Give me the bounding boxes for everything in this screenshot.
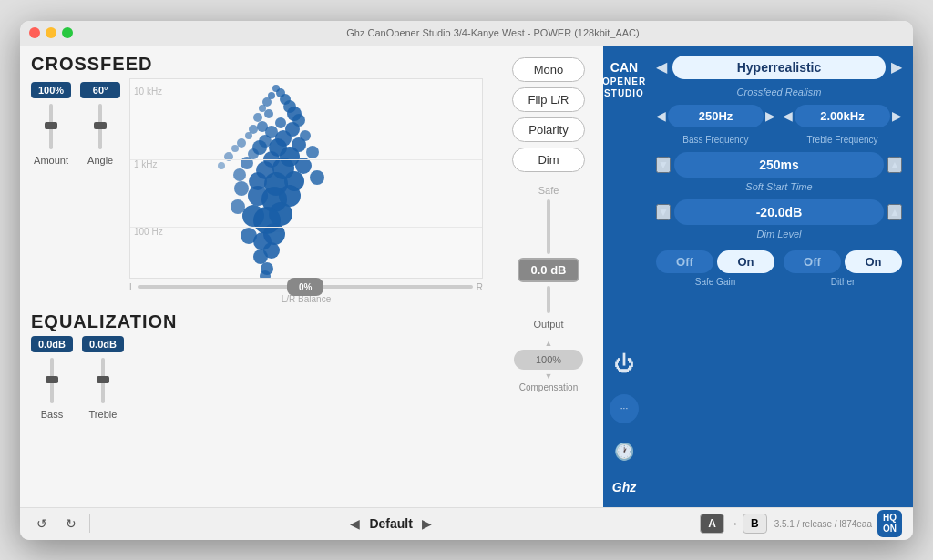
lr-balance-thumb[interactable]: 0% <box>287 278 323 296</box>
dim-level-value: -20.0dB <box>674 199 884 225</box>
preset-prev-button[interactable]: ◀ <box>350 516 360 531</box>
bottom-separator-1 <box>89 514 90 533</box>
ab-arrow-icon: → <box>728 517 739 530</box>
preset-row: ◀ Hyperrealistic ▶ <box>656 56 902 79</box>
freq-row: ◀ 250Hz ▶ ◀ 2.00kHz ▶ <box>656 105 902 127</box>
svg-point-47 <box>231 199 245 214</box>
safe-gain-group: Off On Safe Gain <box>656 250 774 287</box>
lr-balance-row: L 0% R <box>129 282 483 292</box>
freq-labels-row: Bass Frequency Treble Frequency <box>656 135 902 145</box>
safe-gain-on-button[interactable]: On <box>717 250 774 273</box>
preset-next-button[interactable]: ▶ <box>422 516 432 531</box>
bass-freq-down[interactable]: ◀ <box>656 108 666 123</box>
soft-start-row: ▼ 250ms ▲ <box>656 152 902 178</box>
dim-level-up[interactable]: ▲ <box>887 204 902 220</box>
angle-slider[interactable] <box>98 104 102 149</box>
svg-point-39 <box>218 162 225 169</box>
treble-freq-control: ◀ 2.00kHz ▶ <box>783 105 902 127</box>
treble-slider[interactable] <box>101 358 105 403</box>
angle-label: Angle <box>87 155 113 166</box>
freq-1k-label: 1 kHz <box>134 159 158 169</box>
polarity-button[interactable]: Polarity <box>512 117 585 142</box>
redo-icon: ↻ <box>66 516 77 531</box>
lr-balance-slider[interactable]: 0% <box>138 285 473 289</box>
svg-point-28 <box>231 145 239 152</box>
dither-on-button[interactable]: On <box>845 250 902 273</box>
toggle-section: Off On Safe Gain Off On Dither <box>656 250 902 287</box>
bass-freq-label: Bass Frequency <box>656 135 775 145</box>
amount-label: Amount <box>34 155 68 166</box>
ghz-logo: Ghz <box>612 480 636 494</box>
frequency-viz <box>130 79 482 278</box>
svg-point-46 <box>242 205 264 227</box>
treble-freq-down[interactable]: ◀ <box>783 108 793 123</box>
soft-start-down[interactable]: ▼ <box>656 157 671 173</box>
compensation-area: ▲ 100% ▼ Compensation <box>514 339 583 392</box>
dim-level-down[interactable]: ▼ <box>656 204 671 220</box>
compensation-slider[interactable]: 100% <box>514 350 583 370</box>
titlebar: Ghz CanOpener Studio 3/4-Kanye West - PO… <box>20 21 913 46</box>
output-value: 0.0 dB <box>518 258 579 282</box>
svg-point-9 <box>253 113 262 122</box>
side-strip: CAN OPENER STUDIO ⏻ ··· 🕐 Ghz <box>603 46 645 507</box>
dither-buttons: Off On <box>784 250 902 273</box>
redo-button[interactable]: ↻ <box>60 514 82 533</box>
preset-prev-arrow[interactable]: ◀ <box>656 58 667 76</box>
mono-button[interactable]: Mono <box>512 57 585 82</box>
bass-label: Bass <box>41 409 63 420</box>
svg-point-34 <box>310 170 324 185</box>
preset-next-arrow[interactable]: ▶ <box>891 58 902 76</box>
crossfeed-section: CROSSFEED 100% Amount <box>31 54 483 304</box>
version-text: 3.5.1 / release / l874eaa <box>774 519 872 529</box>
bottom-preset-name: Default <box>369 516 412 531</box>
output-meter: Safe 0.0 dB Output <box>518 185 579 330</box>
eq-label: EQUALIZATION <box>31 311 483 332</box>
bottom-separator-2 <box>692 514 692 533</box>
eq-section: EQUALIZATION 0.0dB Bass 0.0dB <box>31 311 483 420</box>
treble-label: Treble <box>89 409 118 420</box>
window-title: Ghz CanOpener Studio 3/4-Kanye West - PO… <box>82 27 904 38</box>
can-opener-studio-logo: CAN OPENER STUDIO <box>602 59 646 99</box>
right-panel: ◀ Hyperrealistic ▶ Crossfeed Realism ◀ 2… <box>645 46 913 507</box>
amount-slider[interactable] <box>49 104 53 149</box>
freq-10k-label: 10 kHz <box>134 87 162 97</box>
amount-knob[interactable]: 100% Amount <box>31 82 71 166</box>
svg-point-6 <box>259 105 266 112</box>
flip-lr-button[interactable]: Flip L/R <box>512 87 585 112</box>
safe-gain-off-button[interactable]: Off <box>656 250 713 273</box>
bass-freq-up[interactable]: ▶ <box>765 108 775 123</box>
visualizer: 10 kHz 1 kHz 100 Hz <box>129 78 483 304</box>
bass-freq-value: 250Hz <box>668 105 764 127</box>
bass-slider[interactable] <box>50 358 54 403</box>
svg-point-52 <box>253 249 268 264</box>
a-button[interactable]: A <box>700 514 724 534</box>
svg-point-19 <box>245 132 252 139</box>
treble-freq-up[interactable]: ▶ <box>892 108 902 123</box>
bass-thumb <box>46 376 58 383</box>
b-button[interactable]: B <box>743 514 767 534</box>
treble-knob[interactable]: 0.0dB Treble <box>82 336 124 420</box>
angle-knob[interactable]: 60° Angle <box>80 82 120 166</box>
dither-off-button[interactable]: Off <box>784 250 841 273</box>
soft-start-up[interactable]: ▲ <box>887 157 902 173</box>
compensation-label: Compensation <box>519 382 578 392</box>
preset-name[interactable]: Hyperrealistic <box>672 56 886 79</box>
bass-knob[interactable]: 0.0dB Bass <box>31 336 73 420</box>
dither-group: Off On Dither <box>784 250 902 287</box>
svg-point-24 <box>306 146 319 158</box>
meter-bar-bottom <box>547 286 550 313</box>
clock-icon[interactable]: 🕐 <box>614 442 634 462</box>
maximize-button[interactable] <box>62 27 73 38</box>
minimize-button[interactable] <box>46 27 56 38</box>
treble-thumb <box>97 376 109 383</box>
angle-thumb <box>94 122 107 129</box>
dim-button[interactable]: Dim <box>512 148 585 172</box>
bass-value: 0.0dB <box>31 336 73 352</box>
undo-icon: ↺ <box>36 516 47 531</box>
menu-dots-icon[interactable]: ··· <box>610 394 639 423</box>
center-controls: Mono Flip L/R Polarity Dim Safe 0.0 dB O… <box>494 46 603 507</box>
amount-thumb <box>45 122 57 129</box>
close-button[interactable] <box>29 27 40 38</box>
power-icon[interactable]: ⏻ <box>614 352 634 376</box>
undo-button[interactable]: ↺ <box>31 514 53 533</box>
